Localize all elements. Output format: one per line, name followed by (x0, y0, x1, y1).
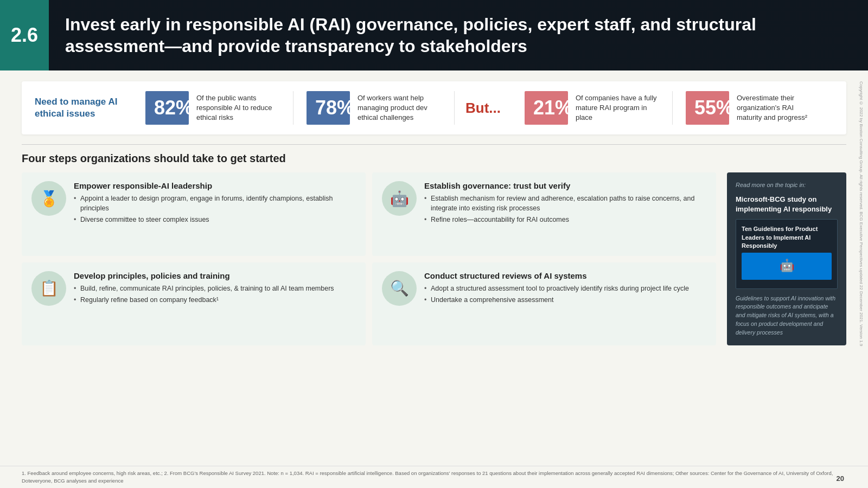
step-card-3: 📋 Develop principles, policies and train… (22, 262, 366, 346)
step-icon-4: 🔍 (382, 271, 417, 306)
guidelines-text: Guidelines to support AI innovation with… (736, 294, 838, 337)
step-bullets-2: Establish mechanism for review and adher… (424, 194, 706, 224)
copyright-text: Copyright © 2022 by Boston Consulting Gr… (859, 81, 864, 455)
slide-header: 2.6 Invest early in responsible AI (RAI)… (0, 0, 868, 70)
book-icon: 🤖 (780, 258, 794, 274)
step-bullets-4: Adopt a structured assessment tool to pr… (424, 284, 689, 305)
stat-block-2: 78% Of workers want help managing produc… (293, 91, 455, 125)
book-title: Ten Guidelines for Product Leaders to Im… (742, 225, 832, 250)
step-content-2: Establish governance: trust but verify E… (424, 181, 706, 226)
sidebar-read-more: Read more on the topic in: (736, 181, 838, 189)
step-bullet: Adopt a structured assessment tool to pr… (424, 284, 689, 293)
step-content-1: Empower responsible-AI leadership Appoin… (74, 181, 356, 226)
step-title-2: Establish governance: trust but verify (424, 181, 706, 190)
step-bullet: Diverse committee to steer complex issue… (74, 215, 356, 224)
step-content-4: Conduct structured reviews of AI systems… (424, 271, 689, 306)
section-divider (22, 144, 846, 145)
step-content-3: Develop principles, policies and trainin… (74, 271, 334, 306)
step-bullet: Regularly refine based on company feedba… (74, 295, 334, 305)
footer-text: 1. Feedback around employee concerns, hi… (22, 470, 833, 484)
stats-row: Need to manage AI ethical issues 82% Of … (22, 81, 846, 134)
main-content: Need to manage AI ethical issues 82% Of … (0, 70, 868, 351)
slide-number: 2.6 (0, 0, 49, 70)
stat-block-4: 55% Overestimate their organization's RA… (673, 91, 833, 125)
steps-grid: 🏅 Empower responsible-AI leadership Appo… (22, 172, 716, 345)
footer: 1. Feedback around employee concerns, hi… (0, 466, 868, 489)
step-icon-3: 📋 (31, 271, 66, 306)
step-bullet: Establish mechanism for review and adher… (424, 194, 706, 213)
stat-num-3: 21% (525, 91, 568, 125)
stat-num-2: 78% (307, 91, 350, 125)
step-card-1: 🏅 Empower responsible-AI leadership Appo… (22, 172, 366, 256)
four-steps-title: Four steps organizations should take to … (22, 152, 846, 165)
stat-num-4: 55% (686, 91, 729, 125)
slide-title: Invest early in responsible AI (RAI) gov… (49, 0, 868, 70)
stat-block-3: 21% Of companies have a fully mature RAI… (512, 91, 673, 125)
but-label: But... (455, 100, 512, 117)
step-title-3: Develop principles, policies and trainin… (74, 271, 334, 280)
step-title-4: Conduct structured reviews of AI systems (424, 271, 689, 280)
stat-text-2: Of workers want help managing product de… (358, 93, 441, 123)
book-image: 🤖 (742, 253, 832, 280)
step-card-4: 🔍 Conduct structured reviews of AI syste… (372, 262, 716, 346)
step-card-2: 🤖 Establish governance: trust but verify… (372, 172, 716, 256)
step-bullets-1: Appoint a leader to design program, enga… (74, 194, 356, 224)
step-title-1: Empower responsible-AI leadership (74, 181, 356, 190)
stat-text-1: Of the public wants responsible AI to re… (196, 93, 280, 123)
stats-label: Need to manage AI ethical issues (35, 96, 132, 120)
stat-num-1: 82% (145, 91, 189, 125)
step-bullet: Refine roles—accountability for RAI outc… (424, 215, 706, 224)
step-bullet: Build, refine, communicate RAI principle… (74, 284, 334, 293)
stat-text-4: Overestimate their organization's RAI ma… (737, 93, 820, 123)
stat-block-1: 82% Of the public wants responsible AI t… (132, 91, 293, 125)
step-icon-2: 🤖 (382, 181, 417, 216)
book-cover: Ten Guidelines for Product Leaders to Im… (736, 219, 838, 288)
step-bullet: Undertake a comprehensive assessment (424, 295, 689, 305)
sidebar-study-title: Microsoft-BCG study on implementing AI r… (736, 195, 838, 214)
sidebar-card: Read more on the topic in: Microsoft-BCG… (727, 172, 846, 345)
step-bullet: Appoint a leader to design program, enga… (74, 194, 356, 213)
stat-text-3: Of companies have a fully mature RAI pro… (576, 93, 659, 123)
page-number: 20 (837, 474, 844, 483)
steps-and-sidebar: 🏅 Empower responsible-AI leadership Appo… (22, 172, 846, 345)
step-bullets-3: Build, refine, communicate RAI principle… (74, 284, 334, 305)
step-icon-1: 🏅 (31, 181, 66, 216)
